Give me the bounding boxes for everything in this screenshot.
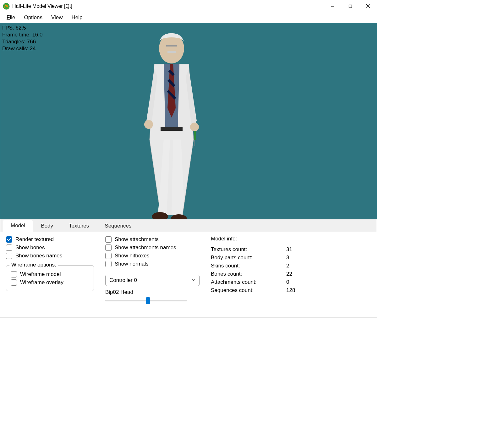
render-stats: FPS: 62.5 Frame time: 16.0 Triangles: 76… xyxy=(2,25,43,52)
viewport-3d[interactable]: FPS: 62.5 Frame time: 16.0 Triangles: 76… xyxy=(0,23,377,219)
info-value-textures: 31 xyxy=(286,246,292,253)
info-key: Attachments count: xyxy=(211,279,286,285)
info-key: Sequences count: xyxy=(211,287,286,294)
stat-fps: 62.5 xyxy=(16,25,26,31)
app-icon xyxy=(3,3,10,10)
info-key: Skins count: xyxy=(211,263,286,269)
check-label: Show bones names xyxy=(15,253,62,259)
check-label: Show bones xyxy=(15,244,45,251)
svg-rect-2 xyxy=(349,5,352,8)
check-show-hitboxes[interactable]: Show hitboxes xyxy=(105,253,200,259)
tab-body[interactable]: Body xyxy=(33,220,61,232)
check-label: Wireframe model xyxy=(20,271,61,277)
svg-point-13 xyxy=(190,123,199,131)
check-show-bones-names[interactable]: Show bones names xyxy=(6,253,94,259)
menu-options[interactable]: Options xyxy=(19,13,47,22)
check-show-attachments[interactable]: Show attachments xyxy=(105,236,200,243)
controller-bone-label: Bip02 Head xyxy=(105,289,200,295)
info-value-bodyparts: 3 xyxy=(286,255,289,261)
stat-drawcalls: 24 xyxy=(30,46,36,52)
menu-bar: File Options View Help xyxy=(0,12,377,23)
model-render xyxy=(120,26,223,219)
combo-controller[interactable]: Controller 0 xyxy=(105,275,200,286)
stat-triangles: 766 xyxy=(27,39,36,45)
tab-strip: Model Body Textures Sequences xyxy=(0,219,377,232)
panel-model: Render textured Show bones Show bones na… xyxy=(0,232,377,317)
check-show-attachments-names[interactable]: Show attachments names xyxy=(105,244,200,251)
check-render-textured[interactable]: Render textured xyxy=(6,236,94,243)
menu-file[interactable]: File xyxy=(2,13,19,22)
svg-point-12 xyxy=(144,120,153,129)
info-value-sequences: 128 xyxy=(286,287,295,294)
group-legend: Wireframe options: xyxy=(9,262,58,268)
info-value-attachments: 0 xyxy=(286,279,289,285)
check-show-bones[interactable]: Show bones xyxy=(6,244,94,251)
check-label: Show attachments xyxy=(115,236,159,243)
info-value-bones: 22 xyxy=(286,271,292,277)
title-bar: Half-Life Model Viewer [Qt] xyxy=(0,0,377,12)
window-maximize-button[interactable] xyxy=(342,0,359,12)
group-model-info: Model info: Textures count:31 Body parts… xyxy=(211,236,371,314)
window-minimize-button[interactable] xyxy=(324,0,342,12)
info-value-skins: 2 xyxy=(286,263,289,269)
svg-rect-7 xyxy=(166,45,177,47)
menu-help[interactable]: Help xyxy=(67,13,87,22)
svg-rect-14 xyxy=(194,131,196,140)
tab-sequences[interactable]: Sequences xyxy=(97,220,139,232)
combo-value: Controller 0 xyxy=(109,277,137,283)
menu-view[interactable]: View xyxy=(47,13,67,22)
window-close-button[interactable] xyxy=(359,0,377,12)
check-label: Show hitboxes xyxy=(115,253,150,259)
info-key: Body parts count: xyxy=(211,255,286,261)
group-legend: Model info: xyxy=(211,236,371,242)
tab-textures[interactable]: Textures xyxy=(61,220,97,232)
check-wireframe-model[interactable]: Wireframe model xyxy=(11,271,89,277)
check-label: Wireframe overlay xyxy=(20,279,63,286)
chevron-down-icon xyxy=(192,277,195,283)
check-show-normals[interactable]: Show normals xyxy=(105,261,200,267)
tab-model[interactable]: Model xyxy=(3,220,33,232)
window-title: Half-Life Model Viewer [Qt] xyxy=(12,3,72,9)
info-key: Textures count: xyxy=(211,246,286,253)
check-label: Show attachments names xyxy=(115,244,176,251)
check-label: Show normals xyxy=(115,261,149,267)
check-wireframe-overlay[interactable]: Wireframe overlay xyxy=(11,279,89,286)
stat-frametime: 16.0 xyxy=(32,32,42,38)
svg-rect-11 xyxy=(161,127,183,131)
svg-rect-6 xyxy=(167,51,176,53)
group-wireframe-options: Wireframe options: Wireframe model Wiref… xyxy=(6,265,94,291)
check-label: Render textured xyxy=(15,236,54,243)
slider-controller[interactable] xyxy=(105,297,187,304)
info-key: Bones count: xyxy=(211,271,286,277)
